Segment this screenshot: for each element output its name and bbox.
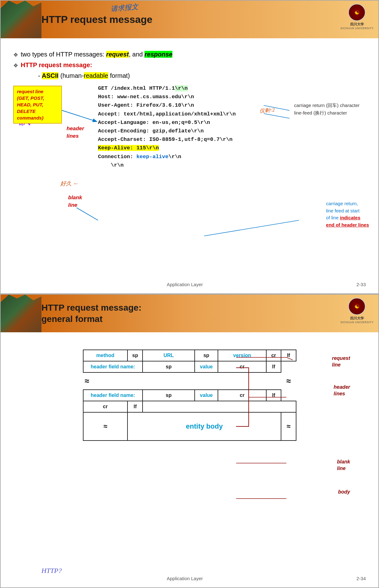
code-line-1: GET /index.html HTTP/1.1\r\n [98, 84, 366, 93]
handwriting-http: HTTP? [41, 567, 62, 575]
cell-cr2: cr [218, 361, 266, 372]
slide2-footer: Application Layer 2-34 [1, 576, 378, 581]
cell-empty-2 [281, 390, 296, 401]
univ-name-en-1: SICHUAN UNIVERSITY [340, 27, 374, 30]
tilde-right-1: ≈ [281, 372, 296, 390]
cell-header-field-1: header field name: [83, 361, 143, 372]
header-banner-2: HTTP request message: general format ☯ 四… [1, 295, 378, 332]
ann-blank-line: blank line [337, 459, 350, 472]
code-line-8: Keep-Alive: 115\r\n [98, 144, 366, 152]
cell-sp2: sp [195, 350, 218, 361]
cell-value-2: value [195, 390, 218, 401]
blank-line-text-1: blank [68, 194, 82, 201]
format-table: method sp URL sp version cr lf header fi… [83, 350, 296, 441]
header-lines-text-2: lines [67, 132, 84, 140]
logo-icon-2: ☯ [355, 303, 360, 310]
blank-line-text-2: line [68, 201, 82, 209]
slide2-title: HTTP request message: general format [41, 302, 142, 325]
handwriting-arrow: 好久 ← [60, 180, 79, 187]
slide1-title: HTTP request message [41, 14, 152, 25]
cell-empty-1 [281, 361, 296, 372]
ann-req-line-1: request [332, 355, 350, 362]
tilde-left-1: ≈ [83, 372, 128, 390]
univ-name-zh-1: 四川大学 [340, 22, 374, 27]
tilde-right-entity: ≈ [281, 412, 296, 441]
table-row-3: header field name: sp value cr lf [83, 390, 296, 401]
cell-cr3: cr [218, 390, 266, 401]
square-bullet: ▪ [38, 73, 40, 78]
handwriting-http-text: HTTP? [41, 567, 62, 575]
univ-name-zh-2: 四川大学 [340, 316, 374, 321]
code-line-6: Accept-Encoding: gzip,deflate\r\n [98, 127, 366, 135]
request-line-label: request line [17, 88, 58, 95]
building-decoration [1, 1, 41, 38]
entity-body-text: entity body [186, 422, 223, 430]
code-line-5: Accept-Language: en-us,en;q=0.5\r\n [98, 118, 366, 127]
bullet2-text: HTTP request message: [21, 61, 92, 69]
code-line-4: Accept: text/html,application/xhtml+xml\… [98, 110, 366, 118]
slide2-page-num: 2-34 [356, 576, 366, 581]
slide2-footer-center: Application Layer [167, 576, 203, 581]
cell-value-1: value [195, 361, 218, 372]
bullet-item-1: ❖ two types of HTTP messages: request, a… [13, 51, 366, 58]
logo-icon-1: ☯ [355, 9, 360, 16]
cell-lf1: lf [281, 350, 296, 361]
ann-req-line-2: line [332, 362, 350, 368]
cell-sp1: sp [127, 350, 143, 361]
cell-cr4: cr [83, 401, 128, 412]
bullet-diamond-2: ❖ [13, 62, 18, 69]
carriage-note-text: carriage return,line feed at startof lin… [326, 200, 369, 222]
slide-1: 请求报文 HTTP request message ☯ 四川大学 SICHUAN… [0, 0, 379, 294]
ann-header-lines: header lines [334, 384, 350, 397]
cell-cr1: cr [266, 350, 281, 361]
carriage-note: carriage return,line feed at startof lin… [326, 200, 369, 228]
code-line-10: \r\n [98, 161, 366, 169]
format-table-container: method sp URL sp version cr lf header fi… [19, 350, 360, 441]
code-line-7: Accept-Charset: ISO-8859-1,utf-8;q=0.7\r… [98, 135, 366, 144]
cell-lf2: lf [266, 361, 281, 372]
header-banner-1: 请求报文 HTTP request message ☯ 四川大学 SICHUAN… [1, 1, 378, 38]
tilde-left-entity: ≈ [83, 412, 128, 441]
svg-line-1 [77, 208, 98, 220]
cell-sp-h1: sp [143, 361, 194, 372]
cell-blank-rest [143, 401, 296, 412]
slide1-page-num: 2-33 [356, 282, 366, 287]
university-logo-1: ☯ 四川大学 SICHUAN UNIVERSITY [340, 4, 374, 30]
table-row-entity: ≈ entity body ≈ [83, 412, 296, 441]
ascii-text: ASCII [42, 72, 58, 79]
cell-sp-h2: sp [143, 390, 194, 401]
request-highlight: request [106, 51, 129, 58]
bullet1-prefix: two types of HTTP messages: [21, 51, 106, 58]
ann-hdr-line-1: header [334, 384, 350, 391]
code-block: GET /index.html HTTP/1.1\r\n Host: www-n… [98, 84, 366, 169]
slide-2: HTTP request message: general format ☯ 四… [0, 294, 379, 588]
end-header-note: end of header lines [326, 222, 369, 229]
slide2-title-line1: HTTP request message: [41, 302, 142, 313]
slide1-content: ❖ two types of HTTP messages: request, a… [1, 38, 378, 173]
request-line-desc: (GET, POST,HEAD, PUT,DELETE commands) [17, 95, 58, 121]
code-diagram-area: request line (GET, POST,HEAD, PUT,DELETE… [13, 84, 366, 169]
ascii-rest: (human-readable format) [60, 72, 130, 79]
univ-name-en-2: SICHUAN UNIVERSITY [340, 321, 374, 324]
ann-request-line: request line [332, 355, 350, 368]
ann-blank-2: line [337, 465, 350, 472]
cell-lf3: lf [266, 390, 281, 401]
request-line-box: request line (GET, POST,HEAD, PUT,DELETE… [13, 86, 62, 124]
building-decoration-2 [1, 295, 41, 332]
table-row-4: cr lf [83, 401, 296, 412]
table-row-2: header field name: sp value cr lf [83, 361, 296, 372]
cell-entity-body: entity body [127, 412, 281, 441]
ascii-line: ▪ ASCII (human-readable format) [38, 72, 366, 79]
slide2-title-line2: general format [41, 313, 142, 325]
ann-body: body [338, 489, 350, 495]
table-row-1: method sp URL sp version cr lf [83, 350, 296, 361]
tilde-middle-1 [127, 372, 281, 390]
slide2-content: method sp URL sp version cr lf header fi… [1, 332, 378, 444]
ann-hdr-line-2: lines [334, 391, 350, 397]
svg-line-4 [204, 220, 299, 236]
cell-lf4: lf [127, 401, 143, 412]
cell-header-field-2: header field name: [83, 390, 143, 401]
slide1-footer-center: Application Layer [167, 282, 203, 287]
bullet1-middle: , and [129, 51, 144, 58]
table-tilde-row-1: ≈ ≈ [83, 372, 296, 390]
